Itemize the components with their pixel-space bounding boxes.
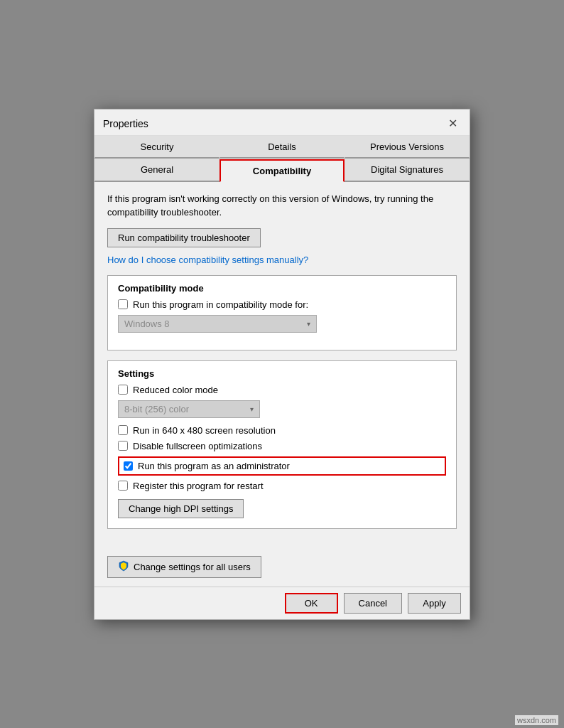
fullscreen-checkbox[interactable] [118,441,128,451]
change-dpi-button[interactable]: Change high DPI settings [118,499,244,518]
reduced-color-checkbox[interactable] [118,385,128,395]
compat-mode-dropdown-value: Windows 8 [124,318,170,329]
close-button[interactable]: ✕ [444,115,461,132]
run-troubleshooter-button[interactable]: Run compatibility troubleshooter [107,228,261,247]
ok-button[interactable]: OK [285,593,338,614]
tab-digital-signatures[interactable]: Digital Signatures [345,159,470,181]
fullscreen-label: Disable fullscreen optimizations [133,441,262,451]
tab-compatibility[interactable]: Compatibility [219,159,345,182]
apply-button[interactable]: Apply [408,593,461,614]
tab-security[interactable]: Security [94,136,219,158]
admin-row: Run this program as an administrator [118,456,446,476]
compat-mode-dropdown[interactable]: Windows 8 ▾ [118,315,317,333]
properties-dialog: Properties ✕ Security Details Previous V… [94,109,470,620]
chevron-down-icon: ▾ [250,405,254,413]
settings-title: Settings [118,368,446,379]
resolution-label: Run in 640 x 480 screen resolution [133,425,276,436]
how-to-link[interactable]: How do I choose compatibility settings m… [107,255,457,265]
compatibility-mode-group: Compatibility mode Run this program in c… [107,275,457,350]
admin-checkbox[interactable] [124,461,133,471]
tabs-row1: Security Details Previous Versions [94,136,470,159]
tab-details[interactable]: Details [219,136,345,158]
resolution-checkbox[interactable] [118,425,128,435]
admin-label: Run this program as an administrator [138,461,290,471]
cancel-button[interactable]: Cancel [344,593,402,614]
title-bar: Properties ✕ [94,109,470,136]
bottom-section: Change settings for all users [94,549,470,587]
change-all-users-button[interactable]: Change settings for all users [107,556,261,578]
description-text: If this program isn't working correctly … [107,192,457,220]
content-area: If this program isn't working correctly … [94,182,470,549]
reduced-color-row: Reduced color mode [118,385,446,395]
register-restart-label: Register this program for restart [133,481,264,491]
register-restart-row: Register this program for restart [118,481,446,491]
color-dropdown-value: 8-bit (256) color [124,404,189,414]
compat-mode-title: Compatibility mode [118,283,446,294]
compat-mode-label: Run this program in compatibility mode f… [133,299,308,310]
chevron-down-icon: ▾ [307,320,310,328]
tab-previous-versions[interactable]: Previous Versions [345,136,470,158]
settings-group: Settings Reduced color mode 8-bit (256) … [107,360,457,529]
color-dropdown[interactable]: 8-bit (256) color ▾ [118,400,260,418]
tab-general[interactable]: General [94,159,219,181]
compat-mode-checkbox-row: Run this program in compatibility mode f… [118,299,446,310]
footer: OK Cancel Apply [94,587,470,619]
tabs-row2: General Compatibility Digital Signatures [94,159,470,182]
change-all-users-label: Change settings for all users [134,562,251,572]
register-restart-checkbox[interactable] [118,481,128,491]
reduced-color-label: Reduced color mode [133,385,218,395]
shield-icon [118,560,129,574]
watermark: wsxdn.com [515,715,558,725]
fullscreen-row: Disable fullscreen optimizations [118,441,446,451]
resolution-row: Run in 640 x 480 screen resolution [118,425,446,436]
dialog-title: Properties [103,118,148,129]
compat-mode-checkbox[interactable] [118,299,128,309]
